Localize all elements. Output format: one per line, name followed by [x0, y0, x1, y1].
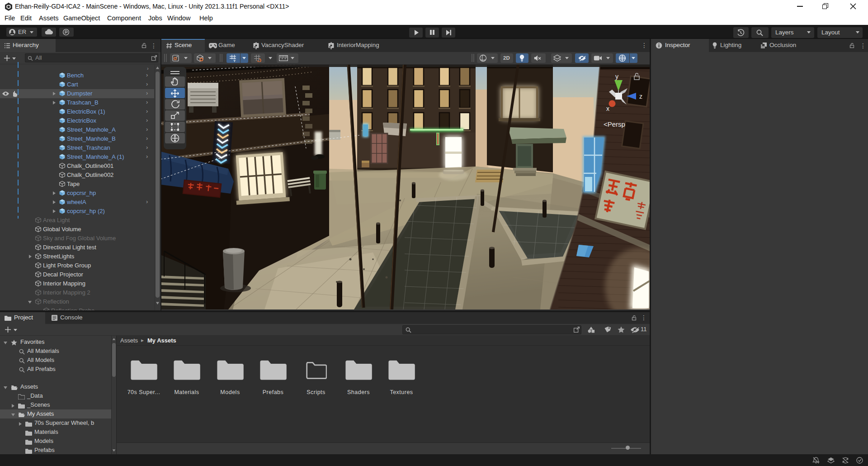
svg-text:<Persp: <Persp [604, 120, 625, 128]
svg-text:Y: Y [233, 59, 236, 62]
svg-text:y: y [615, 73, 618, 80]
svg-text:z: z [639, 93, 642, 100]
svg-text:x: x [606, 105, 609, 112]
